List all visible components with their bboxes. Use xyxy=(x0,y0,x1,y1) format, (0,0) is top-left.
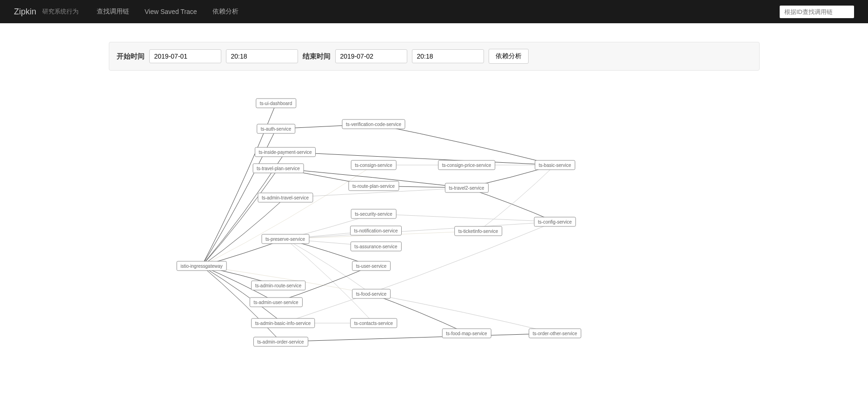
service-node-ts-ticketinfo-service[interactable]: ts-ticketinfo-service xyxy=(454,226,503,236)
analyze-button[interactable]: 依赖分析 xyxy=(489,49,529,64)
nav-left: Zipkin 研究系统行为 查找调用链 View Saved Trace 依赖分… xyxy=(14,7,245,17)
service-node-ts-basic-service[interactable]: ts-basic-service xyxy=(535,160,575,170)
edge-istio-ingressgateway-to-ts-admin-travel-service xyxy=(202,198,285,266)
brand[interactable]: Zipkin xyxy=(14,7,36,17)
nav-view-saved-trace[interactable]: View Saved Trace xyxy=(138,8,204,15)
end-date-input[interactable] xyxy=(335,49,407,63)
edge-istio-ingressgateway-to-ts-travel-plan-service xyxy=(202,168,278,266)
service-node-ts-food-service[interactable]: ts-food-service xyxy=(352,289,391,299)
service-node-ts-user-service[interactable]: ts-user-service xyxy=(352,261,391,271)
service-node-ts-admin-route-service[interactable]: ts-admin-route-service xyxy=(251,281,305,291)
service-node-ts-order-other-service[interactable]: ts-order-other-service xyxy=(529,329,582,338)
service-node-ts-consign-service[interactable]: ts-consign-service xyxy=(351,160,397,170)
search-trace-input[interactable] xyxy=(780,6,854,18)
service-node-ts-ui-dashboard[interactable]: ts-ui-dashboard xyxy=(256,99,296,108)
start-time-label: 开始时间 xyxy=(117,52,145,61)
service-node-ts-admin-basic-info-service[interactable]: ts-admin-basic-info-service xyxy=(251,318,315,328)
start-date-input[interactable] xyxy=(149,49,221,63)
edge-ts-admin-basic-info-service-to-ts-config-service xyxy=(283,222,555,323)
end-time-label: 结束时间 xyxy=(303,52,331,61)
nav-dependency[interactable]: 依赖分析 xyxy=(206,7,245,16)
service-node-ts-notification-service[interactable]: ts-notification-service xyxy=(350,226,402,236)
time-toolbar: 开始时间 结束时间 依赖分析 xyxy=(109,42,760,71)
service-node-ts-food-map-service[interactable]: ts-food-map-service xyxy=(442,329,491,338)
service-node-ts-security-service[interactable]: ts-security-service xyxy=(351,209,397,219)
service-node-ts-preserve-service[interactable]: ts-preserve-service xyxy=(261,234,309,244)
navbar: Zipkin 研究系统行为 查找调用链 View Saved Trace 依赖分… xyxy=(0,0,868,23)
edge-ts-preserve-service-to-ts-config-service xyxy=(285,222,555,239)
service-node-ts-inside-payment-service[interactable]: ts-inside-payment-service xyxy=(255,147,316,157)
main-container: 开始时间 结束时间 依赖分析 istio-ingressgatewayts-ui… xyxy=(99,42,769,354)
service-node-ts-admin-user-service[interactable]: ts-admin-user-service xyxy=(249,298,302,307)
dependency-graph[interactable]: istio-ingressgatewayts-ui-dashboardts-au… xyxy=(109,85,760,354)
edge-ts-verification-code-service-to-ts-basic-service xyxy=(374,124,555,165)
service-node-ts-consign-price-service[interactable]: ts-consign-price-service xyxy=(438,160,496,170)
edge-ts-security-service-to-ts-config-service xyxy=(374,214,555,222)
edge-ts-admin-order-service-to-ts-order-other-service xyxy=(281,333,555,342)
service-node-ts-config-service[interactable]: ts-config-service xyxy=(534,217,576,227)
graph-edges xyxy=(109,85,760,354)
service-node-ts-admin-order-service[interactable]: ts-admin-order-service xyxy=(253,337,308,347)
nav-find-trace[interactable]: 查找调用链 xyxy=(90,7,136,16)
edge-istio-ingressgateway-to-ts-consign-service xyxy=(202,165,374,266)
service-node-ts-travel2-service[interactable]: ts-travel2-service xyxy=(444,183,488,193)
service-node-ts-auth-service[interactable]: ts-auth-service xyxy=(257,124,296,134)
edge-ts-inside-payment-service-to-ts-basic-service xyxy=(285,152,555,165)
service-node-ts-admin-travel-service[interactable]: ts-admin-travel-service xyxy=(258,193,313,203)
service-node-istio-ingressgateway[interactable]: istio-ingressgateway xyxy=(176,261,227,271)
edge-istio-ingressgateway-to-ts-admin-basic-info-service xyxy=(202,266,283,323)
service-node-ts-contacts-service[interactable]: ts-contacts-service xyxy=(350,318,397,328)
service-node-ts-assurance-service[interactable]: ts-assurance-service xyxy=(350,242,401,252)
edge-ts-food-service-to-ts-order-other-service xyxy=(371,294,555,333)
end-time-input[interactable] xyxy=(412,49,484,63)
service-node-ts-travel-plan-service[interactable]: ts-travel-plan-service xyxy=(252,164,304,173)
service-node-ts-route-plan-service[interactable]: ts-route-plan-service xyxy=(348,181,399,191)
brand-subtitle: 研究系统行为 xyxy=(42,7,79,16)
service-node-ts-verification-code-service[interactable]: ts-verification-code-service xyxy=(342,119,405,129)
start-time-input[interactable] xyxy=(226,49,298,63)
